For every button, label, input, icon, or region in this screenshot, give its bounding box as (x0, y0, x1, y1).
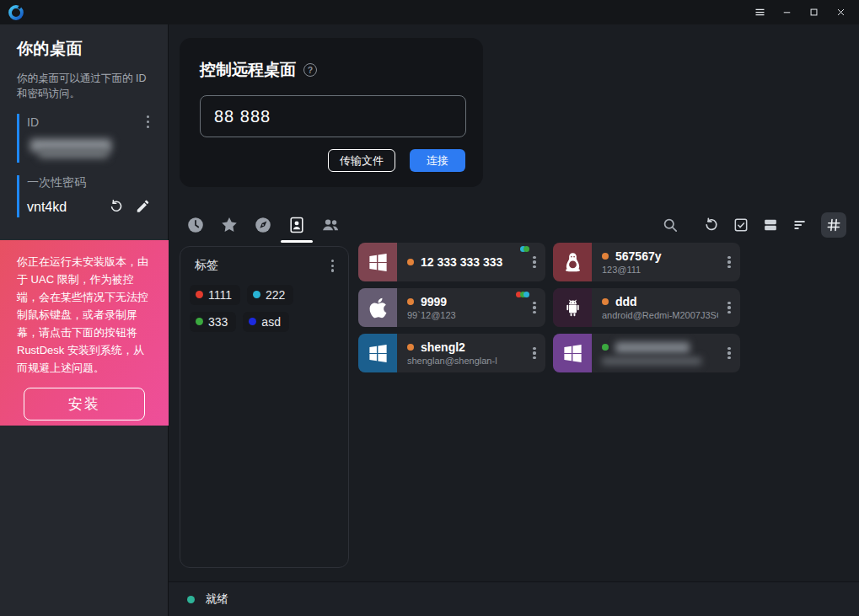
compass-icon (254, 216, 272, 234)
tag-chip[interactable]: asd (243, 312, 289, 332)
install-button[interactable]: 安装 (24, 388, 145, 420)
tag-label: asd (261, 315, 281, 329)
sidebar-title: 你的桌面 (17, 38, 153, 60)
tag-color-dot (249, 318, 256, 325)
peer-menu-icon[interactable] (718, 288, 740, 327)
star-icon (220, 216, 239, 234)
peer-toolbar (662, 212, 846, 238)
tag-label: 333 (208, 315, 228, 329)
edit-password-icon[interactable] (135, 198, 151, 217)
regenerate-password-icon[interactable] (109, 198, 125, 217)
tab-recent-sessions[interactable] (185, 213, 206, 237)
peer-name: 12 333 333 333 (421, 255, 502, 269)
peer-subtitle: shenglan@shenglan-l (407, 356, 523, 366)
windows-logo-icon (367, 251, 389, 274)
clock-icon (186, 216, 205, 234)
tab-discovered[interactable] (253, 213, 273, 237)
status-dot (407, 259, 414, 265)
tag-color-dot (196, 291, 203, 298)
control-remote-desktop-card: 控制远程桌面 ? 传输文件 连接 (180, 38, 483, 187)
refresh-icon[interactable] (703, 217, 720, 233)
linux-logo-icon (561, 251, 584, 274)
status-dot (602, 253, 609, 260)
sort-icon[interactable] (792, 217, 808, 233)
address-book-icon (287, 216, 306, 234)
peer-tag-dots (518, 292, 530, 297)
tag-chip[interactable]: 1111 (190, 285, 240, 305)
peer-subtitle: 123@111 (602, 265, 718, 275)
close-icon[interactable] (827, 2, 854, 24)
tags-panel: 标签 1111 222 333 asd (180, 246, 349, 568)
tag-chip[interactable]: 222 (247, 285, 293, 305)
status-dot (602, 344, 609, 351)
windows-logo-icon (367, 342, 389, 365)
peer-tabs (185, 213, 341, 237)
tab-toolbar-row (185, 210, 846, 240)
id-label: ID (27, 115, 39, 129)
sidebar-description: 你的桌面可以通过下面的 ID 和密码访问。 (17, 71, 153, 101)
password-section: 一次性密码 vnt4kd (17, 175, 153, 217)
tab-address-book[interactable] (287, 213, 307, 237)
peer-card[interactable]: 12 333 333 333 (358, 243, 545, 281)
sidebar: 你的桌面 你的桌面可以通过下面的 ID 和密码访问。 ID 一次性密码 vnt4… (0, 24, 169, 616)
peer-subtitle-redacted (602, 357, 701, 365)
connect-button[interactable]: 连接 (410, 149, 465, 172)
status-dot (407, 298, 414, 305)
peer-name: 9999 (421, 295, 447, 308)
windows-logo-icon (561, 342, 584, 365)
connect-card-title: 控制远程桌面 (200, 59, 296, 81)
grid-view-icon[interactable] (821, 212, 846, 238)
one-time-password-value: vnt4kd (27, 200, 67, 215)
peer-tag-dots (522, 246, 529, 252)
tag-label: 1111 (208, 288, 232, 302)
peer-menu-icon[interactable] (523, 334, 545, 372)
help-icon[interactable]: ? (303, 63, 317, 77)
tag-color-dot (196, 318, 203, 325)
window-controls (746, 2, 854, 24)
peer-name-redacted (615, 342, 690, 353)
one-time-password-label: 一次性密码 (27, 175, 86, 190)
transfer-file-button[interactable]: 传输文件 (328, 149, 395, 172)
android-logo-icon (561, 297, 584, 319)
install-warning-text: 你正在运行未安装版本，由于 UAC 限制，作为被控端，会在某些情况下无法控制鼠标… (17, 253, 152, 377)
statusbar: 就绪 (169, 581, 859, 616)
remote-id-input[interactable] (200, 95, 466, 137)
minimize-icon[interactable] (773, 2, 800, 24)
rustdesk-logo-icon (7, 3, 25, 22)
peer-menu-icon[interactable] (718, 243, 740, 281)
card-view-icon[interactable] (762, 217, 779, 233)
connection-status-dot (187, 596, 195, 603)
main-area: 控制远程桌面 ? 传输文件 连接 (169, 24, 859, 616)
titlebar (0, 0, 859, 24)
tag-chip[interactable]: 333 (190, 312, 236, 332)
maximize-icon[interactable] (800, 2, 827, 24)
peer-menu-icon[interactable] (718, 334, 740, 372)
rustdesk-window: 你的桌面 你的桌面可以通过下面的 ID 和密码访问。 ID 一次性密码 vnt4… (0, 0, 859, 616)
id-section: ID (17, 114, 153, 163)
peer-card[interactable]: 9999 99`12@123 (358, 288, 545, 327)
peer-card[interactable] (553, 334, 740, 372)
tab-favorites[interactable] (219, 213, 239, 237)
peer-name: 567567y (615, 249, 662, 263)
connection-status-text: 就绪 (206, 592, 228, 607)
peer-subtitle: 99`12@123 (407, 310, 523, 320)
people-icon (321, 216, 340, 234)
peer-name: shengl2 (421, 340, 465, 354)
select-checkbox-icon[interactable] (733, 217, 749, 233)
tab-group[interactable] (320, 213, 341, 237)
tags-title: 标签 (195, 258, 218, 273)
app-menu-icon[interactable] (746, 2, 773, 24)
peer-grid: 12 333 333 333 567567y (358, 243, 742, 372)
id-value-redacted (27, 137, 153, 163)
peer-name: ddd (615, 295, 637, 308)
install-warning-banner: 你正在运行未安装版本，由于 UAC 限制，作为被控端，会在某些情况下无法控制鼠标… (0, 240, 169, 426)
status-dot (407, 344, 414, 351)
tags-menu-icon[interactable] (328, 258, 337, 274)
tag-color-dot (253, 291, 260, 298)
peer-card[interactable]: 567567y 123@111 (553, 243, 740, 281)
peer-card[interactable]: shengl2 shenglan@shenglan-l (358, 334, 545, 372)
peer-card[interactable]: ddd android@Redmi-M2007J3SC (553, 288, 740, 327)
search-icon[interactable] (662, 217, 679, 233)
status-dot (602, 298, 609, 305)
id-menu-icon[interactable] (143, 114, 153, 130)
